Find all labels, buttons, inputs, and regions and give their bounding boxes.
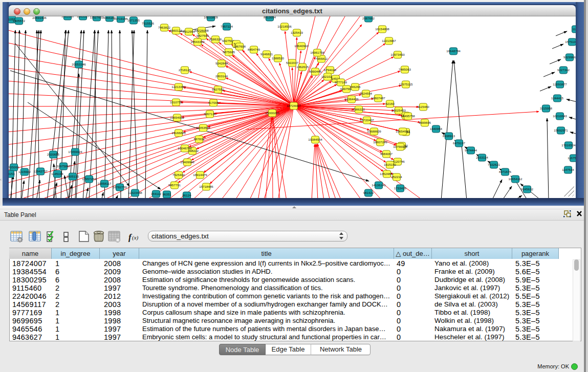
- svg-text:7463822: 7463822: [158, 26, 171, 29]
- svg-text:9699695: 9699695: [419, 121, 431, 124]
- svg-text:746266: 746266: [350, 85, 361, 89]
- svg-text:2803144: 2803144: [215, 74, 228, 78]
- svg-text:32975867: 32975867: [56, 164, 71, 168]
- svg-text:15720407: 15720407: [360, 118, 374, 122]
- svg-text:1588520: 1588520: [272, 56, 285, 60]
- svg-text:17016504: 17016504: [561, 143, 576, 147]
- svg-text:86124: 86124: [182, 193, 191, 197]
- svg-text:154112: 154112: [151, 192, 162, 195]
- svg-text:10218506: 10218506: [277, 25, 292, 28]
- svg-text:62160: 62160: [385, 102, 395, 105]
- svg-text:1671355: 1671355: [127, 18, 140, 22]
- svg-text:2867608: 2867608: [233, 45, 246, 48]
- svg-text:8813054: 8813054: [264, 16, 276, 19]
- svg-text:1615152: 1615152: [384, 163, 397, 166]
- svg-text:(x): (x): [132, 234, 139, 241]
- svg-text:12942757: 12942757: [33, 169, 48, 173]
- svg-text:1065327: 1065327: [77, 16, 90, 18]
- svg-text:10958117: 10958117: [97, 182, 112, 185]
- svg-text:7986322: 7986322: [353, 107, 365, 111]
- svg-text:17359924: 17359924: [68, 150, 82, 154]
- svg-text:8938913: 8938913: [443, 134, 455, 138]
- svg-text:252214: 252214: [391, 175, 402, 179]
- svg-text:16495758: 16495758: [401, 114, 415, 118]
- svg-text:587832: 587832: [194, 137, 205, 141]
- svg-text:8186328: 8186328: [209, 37, 222, 41]
- svg-text:10654112: 10654112: [508, 177, 522, 181]
- svg-text:9227342: 9227342: [557, 68, 570, 72]
- svg-text:9329966: 9329966: [563, 55, 576, 59]
- svg-text:1640954: 1640954: [430, 127, 443, 130]
- svg-text:7857224: 7857224: [221, 25, 233, 28]
- svg-text:10025453: 10025453: [391, 108, 406, 112]
- svg-text:6794028: 6794028: [324, 68, 337, 72]
- svg-text:9777169: 9777169: [335, 80, 347, 84]
- svg-text:10210643: 10210643: [553, 114, 567, 118]
- svg-text:1405572: 1405572: [13, 19, 26, 23]
- svg-text:16033809: 16033809: [204, 16, 218, 19]
- svg-text:6479197: 6479197: [453, 141, 466, 145]
- svg-text:12213383: 12213383: [171, 85, 186, 89]
- svg-text:5875685: 5875685: [223, 50, 235, 54]
- svg-text:19654923: 19654923: [396, 129, 410, 133]
- svg-text:19166825: 19166825: [171, 131, 186, 135]
- svg-text:1244415: 1244415: [551, 96, 564, 100]
- svg-text:1010755: 1010755: [170, 100, 183, 104]
- svg-text:2305135: 2305135: [67, 174, 79, 178]
- svg-text:9245632: 9245632: [521, 187, 534, 191]
- svg-text:9242848: 9242848: [215, 61, 228, 65]
- svg-text:19384554: 19384554: [308, 138, 322, 141]
- svg-text:2718126: 2718126: [179, 68, 191, 72]
- svg-text:15751074: 15751074: [565, 40, 576, 43]
- svg-text:25300203: 25300203: [265, 111, 279, 115]
- svg-text:2687682: 2687682: [362, 16, 375, 20]
- svg-text:12093877: 12093877: [553, 82, 567, 86]
- svg-text:10973493: 10973493: [390, 53, 405, 56]
- svg-text:1147534: 1147534: [562, 168, 574, 171]
- svg-text:7955812: 7955812: [315, 57, 328, 60]
- svg-text:18724007: 18724007: [287, 104, 301, 107]
- svg-text:9427552: 9427552: [212, 87, 225, 91]
- svg-text:981422: 981422: [363, 191, 374, 194]
- svg-text:5322037: 5322037: [286, 61, 299, 64]
- svg-text:7485063: 7485063: [399, 68, 411, 71]
- svg-text:11527602: 11527602: [90, 16, 104, 19]
- svg-text:1325419: 1325419: [291, 31, 303, 34]
- svg-text:12975115: 12975115: [399, 82, 413, 86]
- svg-text:7515526: 7515526: [142, 21, 155, 25]
- svg-text:16648784: 16648784: [446, 49, 461, 53]
- svg-text:16914479: 16914479: [193, 173, 207, 177]
- svg-text:14136141: 14136141: [372, 183, 386, 187]
- svg-text:8471676: 8471676: [499, 170, 512, 173]
- svg-text:15718485: 15718485: [199, 185, 213, 188]
- svg-text:1145194: 1145194: [51, 172, 63, 176]
- svg-text:16543362: 16543362: [190, 40, 205, 43]
- svg-text:19654932: 19654932: [170, 116, 184, 119]
- svg-text:8454749: 8454749: [248, 48, 260, 51]
- svg-text:1733426: 1733426: [394, 186, 407, 190]
- svg-text:16961758: 16961758: [310, 51, 324, 54]
- svg-text:2020655: 2020655: [47, 152, 60, 156]
- svg-text:10756928: 10756928: [393, 145, 407, 148]
- svg-text:1215682: 1215682: [18, 170, 31, 173]
- svg-text:9084067: 9084067: [380, 152, 393, 156]
- svg-text:1362615: 1362615: [296, 65, 309, 69]
- svg-text:10688609: 10688609: [367, 129, 381, 133]
- svg-text:3215958: 3215958: [540, 106, 553, 110]
- svg-text:417006: 417006: [208, 101, 219, 104]
- svg-text:3624554: 3624554: [360, 92, 373, 95]
- svg-text:96351: 96351: [162, 192, 171, 196]
- svg-text:10046766: 10046766: [178, 146, 192, 150]
- svg-text:9457791: 9457791: [168, 183, 181, 187]
- svg-text:15409948: 15409948: [180, 160, 194, 164]
- svg-text:8660124: 8660124: [170, 29, 183, 32]
- svg-text:9474444: 9474444: [465, 148, 477, 152]
- svg-text:8912954: 8912954: [183, 30, 195, 33]
- svg-text:12213967: 12213967: [382, 39, 396, 42]
- svg-text:1167534: 1167534: [568, 156, 576, 160]
- svg-text:21364436: 21364436: [344, 97, 359, 101]
- svg-text:13353594: 13353594: [196, 126, 210, 129]
- svg-text:20053346: 20053346: [72, 62, 86, 66]
- svg-text:1117: 1117: [573, 27, 576, 31]
- svg-text:16782759: 16782759: [113, 185, 127, 189]
